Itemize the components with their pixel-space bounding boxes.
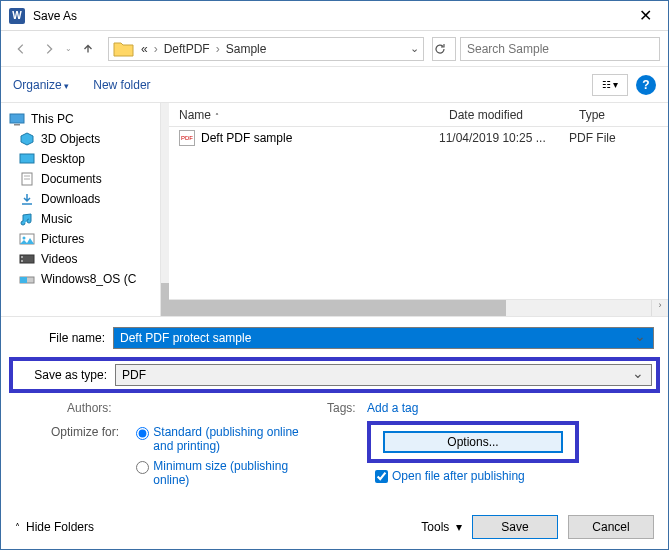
saveastype-combo[interactable] bbox=[115, 364, 652, 386]
svg-rect-10 bbox=[21, 260, 23, 262]
tree-music[interactable]: Music bbox=[1, 209, 160, 229]
file-date-cell: 11/04/2019 10:25 ... bbox=[439, 131, 569, 145]
navbar: ⌄ « › DeftPDF › Sample ⌄ bbox=[1, 31, 668, 67]
breadcrumb[interactable]: « › DeftPDF › Sample ⌄ bbox=[108, 37, 424, 61]
column-type[interactable]: Type bbox=[569, 108, 668, 122]
tree-downloads[interactable]: Downloads bbox=[1, 189, 160, 209]
tree-documents[interactable]: Documents bbox=[1, 169, 160, 189]
tree-item-label: Music bbox=[41, 212, 72, 226]
tree-pictures[interactable]: Pictures bbox=[1, 229, 160, 249]
tree-item-label: Desktop bbox=[41, 152, 85, 166]
column-headers: Name˄ Date modified Type bbox=[169, 103, 668, 127]
tree-3d-objects[interactable]: 3D Objects bbox=[1, 129, 160, 149]
file-row[interactable]: PDF Deft PDF sample 11/04/2019 10:25 ...… bbox=[169, 127, 668, 149]
options-button[interactable]: Options... bbox=[383, 431, 563, 453]
view-options-button[interactable]: ☷ ▾ bbox=[592, 74, 628, 96]
tree-drive-c[interactable]: Windows8_OS (C bbox=[1, 269, 160, 289]
sort-asc-icon: ˄ bbox=[215, 112, 219, 121]
optimize-label: Optimize for: bbox=[51, 425, 133, 439]
tree-this-pc-label: This PC bbox=[31, 112, 74, 126]
file-type-cell: PDF File bbox=[569, 131, 616, 145]
svg-rect-9 bbox=[21, 256, 23, 258]
tags-add-link[interactable]: Add a tag bbox=[367, 401, 418, 415]
svg-point-7 bbox=[23, 237, 26, 240]
breadcrumb-dropdown-icon[interactable]: ⌄ bbox=[410, 42, 419, 55]
toolbar: Organize New folder ☷ ▾ ? bbox=[1, 67, 668, 103]
footer: ˄ Hide Folders Tools ▾ Save Cancel bbox=[1, 505, 668, 549]
chevron-up-icon: ˄ bbox=[15, 522, 20, 533]
tree-item-label: Videos bbox=[41, 252, 77, 266]
breadcrumb-item-2[interactable]: Sample bbox=[224, 42, 269, 56]
file-name-cell: Deft PDF sample bbox=[201, 131, 292, 145]
open-after-publishing-label: Open file after publishing bbox=[392, 469, 525, 483]
back-button[interactable] bbox=[9, 37, 33, 61]
svg-rect-0 bbox=[10, 114, 24, 123]
search-input[interactable] bbox=[460, 37, 660, 61]
titlebar: W Save As ✕ bbox=[1, 1, 668, 31]
tree-item-label: Documents bbox=[41, 172, 102, 186]
hide-folders-label: Hide Folders bbox=[26, 520, 94, 534]
file-list: Name˄ Date modified Type PDF Deft PDF sa… bbox=[169, 103, 668, 316]
folder-icon bbox=[113, 40, 135, 58]
refresh-button[interactable] bbox=[432, 37, 456, 61]
authors-label: Authors: bbox=[67, 401, 123, 415]
tree-item-label: Windows8_OS (C bbox=[41, 272, 136, 286]
new-folder-button[interactable]: New folder bbox=[93, 78, 150, 92]
svg-rect-1 bbox=[14, 124, 20, 126]
chevron-right-icon: › bbox=[154, 42, 158, 56]
forward-button[interactable] bbox=[37, 37, 61, 61]
window-title: Save As bbox=[33, 9, 77, 23]
word-icon: W bbox=[9, 8, 25, 24]
pdf-file-icon: PDF bbox=[179, 130, 195, 146]
tree-item-label: Pictures bbox=[41, 232, 84, 246]
save-panel: File name: Save as type: Authors: Tags: … bbox=[1, 316, 668, 505]
svg-rect-12 bbox=[20, 277, 27, 283]
tree-item-label: Downloads bbox=[41, 192, 100, 206]
tree-desktop[interactable]: Desktop bbox=[1, 149, 160, 169]
optimize-standard-radio[interactable]: Standard (publishing online and printing… bbox=[136, 425, 313, 453]
history-dropdown-icon[interactable]: ⌄ bbox=[65, 44, 72, 53]
file-list-hscroll[interactable]: › bbox=[169, 299, 668, 316]
tags-label: Tags: bbox=[327, 401, 359, 415]
organize-menu[interactable]: Organize bbox=[13, 78, 69, 92]
optimize-minimum-label: Minimum size (publishing online) bbox=[153, 459, 313, 487]
hide-folders-button[interactable]: ˄ Hide Folders bbox=[15, 520, 94, 534]
sidebar-scrollbar[interactable] bbox=[161, 103, 169, 316]
saveastype-label: Save as type: bbox=[17, 368, 115, 382]
breadcrumb-root[interactable]: « bbox=[139, 42, 150, 56]
optimize-standard-label: Standard (publishing online and printing… bbox=[153, 425, 313, 453]
chevron-right-icon: › bbox=[216, 42, 220, 56]
breadcrumb-item-1[interactable]: DeftPDF bbox=[162, 42, 212, 56]
sidebar: This PC 3D Objects Desktop Documents Dow… bbox=[1, 103, 161, 316]
help-button[interactable]: ? bbox=[636, 75, 656, 95]
save-button[interactable]: Save bbox=[472, 515, 558, 539]
tree-item-label: 3D Objects bbox=[41, 132, 100, 146]
column-date-modified[interactable]: Date modified bbox=[439, 108, 569, 122]
column-name[interactable]: Name˄ bbox=[169, 108, 439, 122]
tree-this-pc[interactable]: This PC bbox=[1, 109, 160, 129]
tree-videos[interactable]: Videos bbox=[1, 249, 160, 269]
cancel-button[interactable]: Cancel bbox=[568, 515, 654, 539]
svg-rect-2 bbox=[20, 154, 34, 163]
filename-label: File name: bbox=[15, 331, 113, 345]
filename-input[interactable] bbox=[113, 327, 654, 349]
tools-menu[interactable]: Tools ▾ bbox=[421, 520, 462, 534]
open-after-publishing-checkbox[interactable]: Open file after publishing bbox=[375, 469, 654, 483]
up-button[interactable] bbox=[76, 37, 100, 61]
optimize-minimum-radio[interactable]: Minimum size (publishing online) bbox=[136, 459, 313, 487]
close-button[interactable]: ✕ bbox=[623, 1, 668, 31]
